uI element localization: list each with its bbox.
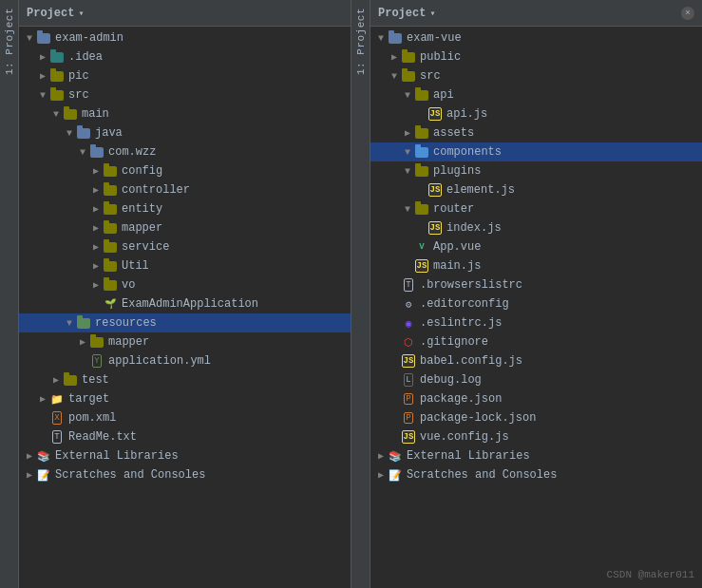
tree-item-ext-libs-right[interactable]: 📚 External Libraries (370, 446, 702, 465)
arrow-open (76, 147, 89, 158)
root-folder-icon (388, 30, 403, 46)
folder-icon (89, 334, 104, 350)
js-icon: JS (427, 182, 443, 198)
tree-item-package-lock-json[interactable]: P package-lock.json (370, 408, 702, 427)
arrow-closed (36, 393, 49, 405)
item-label-ExamAdminApplication: ExamAdminApplication (122, 297, 258, 311)
right-sidebar-tab[interactable]: 1: Project (351, 0, 370, 588)
tree-item-entity[interactable]: entity (19, 199, 351, 218)
tree-item-index-js[interactable]: JS index.js (370, 218, 702, 237)
tree-item-ReadMe-txt[interactable]: T ReadMe.txt (19, 427, 351, 446)
folder-cyan-icon (49, 49, 65, 65)
tree-item-exam-admin[interactable]: exam-admin (19, 28, 351, 47)
tree-item-assets[interactable]: assets (370, 123, 702, 142)
tree-item-controller[interactable]: controller (19, 180, 351, 199)
item-label-mapper-res: mapper (108, 335, 149, 349)
tree-item-plugins[interactable]: plugins (370, 161, 702, 180)
tree-item-idea[interactable]: .idea (19, 47, 351, 66)
tree-item-pom-xml[interactable]: X pom.xml (19, 408, 351, 427)
arrow-closed (388, 51, 401, 63)
tree-item-Util[interactable]: Util (19, 256, 351, 275)
tree-item-scratches-left[interactable]: 📝 Scratches and Consoles (19, 465, 351, 484)
tree-item-main[interactable]: main (19, 104, 351, 123)
item-label-main-js: main.js (433, 259, 481, 273)
tree-item-resources[interactable]: resources (19, 313, 351, 332)
item-label-config: config (122, 164, 162, 178)
item-label-gitignore: .gitignore (420, 335, 488, 349)
right-panel-header: Project ▾ × (370, 0, 702, 27)
item-label-ReadMe-txt: ReadMe.txt (68, 430, 137, 444)
arrow-closed (374, 450, 388, 462)
tree-item-com-wzz[interactable]: com.wzz (19, 142, 351, 161)
close-button[interactable]: × (681, 7, 694, 20)
left-sidebar-tab[interactable]: 1: Project (0, 0, 19, 588)
folder-icon (414, 163, 429, 179)
folder-icon (103, 201, 118, 217)
tree-item-browserslistrc[interactable]: T .browserslistrc (370, 275, 702, 294)
arrow-closed (36, 51, 49, 63)
tree-item-main-js[interactable]: JS main.js (370, 256, 702, 275)
item-label-ext-libs-left: External Libraries (55, 449, 179, 463)
tree-item-eslintrc-js[interactable]: ◉ .eslintrc.js (370, 313, 702, 332)
arrow-closed (23, 469, 36, 481)
item-label-test: test (82, 373, 109, 387)
tree-item-application-yml[interactable]: Y application.yml (19, 351, 351, 370)
tree-item-test[interactable]: test (19, 370, 351, 389)
tree-item-mapper[interactable]: mapper (19, 218, 351, 237)
tree-item-src[interactable]: src (19, 85, 351, 104)
tree-item-debug-log[interactable]: L debug.log (370, 370, 702, 389)
tree-item-ext-libs-left[interactable]: 📚 External Libraries (19, 446, 351, 465)
tree-item-src-vue[interactable]: src (370, 66, 702, 85)
tree-item-App-vue[interactable]: V App.vue (370, 237, 702, 256)
tree-item-vo[interactable]: vo (19, 275, 351, 294)
arrow-open (388, 71, 401, 82)
tree-item-pic[interactable]: pic (19, 66, 351, 85)
folder-icon (401, 49, 416, 65)
tree-item-service[interactable]: service (19, 237, 351, 256)
left-tree[interactable]: exam-admin .idea pic src main java (19, 27, 351, 588)
item-label-resources: resources (95, 316, 157, 330)
folder-icon (401, 68, 416, 84)
arrow-closed (89, 203, 103, 215)
tree-item-scratches-right[interactable]: 📝 Scratches and Consoles (370, 465, 702, 484)
js-icon: JS (427, 106, 443, 122)
tree-item-element-js[interactable]: JS element.js (370, 180, 702, 199)
item-label-application-yml: application.yml (108, 354, 211, 368)
tree-item-public[interactable]: public (370, 47, 702, 66)
tree-item-package-json[interactable]: P package.json (370, 389, 702, 408)
arrow-closed (76, 336, 89, 348)
arrow-closed (89, 165, 103, 177)
tree-item-babel-config-js[interactable]: JS babel.config.js (370, 351, 702, 370)
arrow-closed (89, 184, 103, 196)
item-label-scratches-left: Scratches and Consoles (55, 468, 205, 482)
tree-item-exam-vue[interactable]: exam-vue (370, 28, 702, 47)
arrow-closed (374, 469, 388, 481)
item-label-App-vue: App.vue (433, 240, 481, 254)
tree-item-editorconfig[interactable]: ⚙ .editorconfig (370, 294, 702, 313)
tree-item-ExamAdminApplication[interactable]: 🌱 ExamAdminApplication (19, 294, 351, 313)
item-label-ext-libs-right: External Libraries (407, 449, 530, 463)
eslint-icon: ◉ (401, 315, 416, 331)
folder-icon (103, 239, 118, 255)
tree-item-vue-config-js[interactable]: JS vue.config.js (370, 427, 702, 446)
arrow-open (23, 33, 36, 44)
arrow-closed (89, 222, 103, 234)
folder-icon (103, 182, 118, 198)
item-label-target: target (68, 392, 109, 406)
tree-item-components[interactable]: components (370, 142, 702, 161)
tree-item-java[interactable]: java (19, 123, 351, 142)
folder-icon (414, 201, 429, 217)
tree-item-mapper-res[interactable]: mapper (19, 332, 351, 351)
xml-icon: X (49, 410, 65, 426)
tree-item-api-js[interactable]: JS api.js (370, 104, 702, 123)
tree-item-config[interactable]: config (19, 161, 351, 180)
txt-icon: T (49, 429, 65, 445)
item-label-src-vue: src (420, 69, 441, 83)
tree-item-api-folder[interactable]: api (370, 85, 702, 104)
tree-item-gitignore[interactable]: ⬡ .gitignore (370, 332, 702, 351)
right-tree[interactable]: exam-vue public src api JS api.js assets (370, 27, 702, 588)
ext-libs-icon: 📚 (36, 448, 51, 464)
tree-item-router[interactable]: router (370, 199, 702, 218)
tree-item-target[interactable]: 📁 target (19, 389, 351, 408)
arrow-closed (89, 279, 103, 291)
